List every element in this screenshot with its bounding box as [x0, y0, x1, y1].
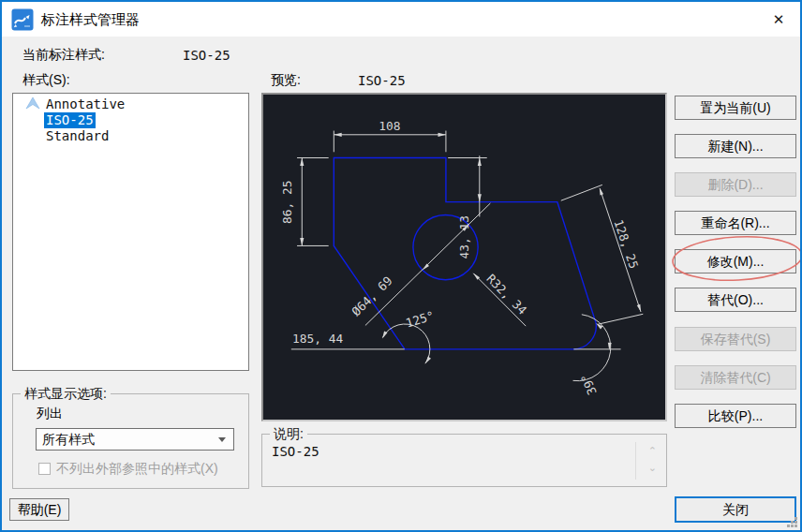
dimension-style-icon: [11, 8, 34, 31]
list-item-annotative[interactable]: Annotative: [46, 96, 125, 112]
list-styles-dropdown[interactable]: 所有样式: [36, 428, 234, 451]
help-button[interactable]: 帮助(E): [9, 498, 69, 521]
annotative-icon: [25, 97, 40, 110]
rename-button[interactable]: 重命名(R)...: [675, 211, 796, 235]
dim-left-height: 86, 25: [280, 180, 294, 223]
save-override-button: 保存替代(S): [675, 327, 796, 351]
close-button[interactable]: 关闭: [675, 496, 796, 523]
resize-grip[interactable]: [783, 513, 798, 528]
current-style-label: 当前标注样式:: [22, 47, 105, 64]
dropdown-value: 所有样式: [37, 432, 95, 447]
scroll-separator: [635, 442, 636, 480]
xref-styles-checkbox: [38, 463, 51, 475]
clear-override-button: 清除替代(C): [675, 365, 796, 390]
dimension-style-manager-dialog: 标注样式管理器 ✕ 当前标注样式: ISO-25 样式(S): 预览: ISO-…: [0, 0, 802, 532]
preview-pane: 108 86, 25 43, 13 Ø64, 69 R32, 34 128, 2…: [261, 93, 667, 421]
style-display-options-group: 样式显示选项: 列出 所有样式 不列出外部参照中的样式(X): [12, 393, 249, 489]
description-label: 说明:: [270, 426, 307, 443]
list-item-iso25[interactable]: ISO-25: [44, 112, 96, 128]
dim-slant-length: 128, 25: [611, 218, 641, 271]
description-group: 说明: ISO-25 ⌃ ⌄: [261, 434, 667, 487]
list-label: 列出: [37, 406, 63, 422]
delete-button: 删除(D)...: [675, 172, 796, 197]
current-style-value: ISO-25: [183, 48, 230, 63]
scroll-up-icon: ⌃: [648, 446, 657, 456]
styles-listbox[interactable]: Annotative ISO-25 Standard: [12, 93, 249, 371]
dim-angle-left: 125°: [404, 308, 436, 330]
xref-styles-checkbox-label: 不列出外部参照中的样式(X): [56, 461, 218, 478]
preview-label: 预览:: [271, 72, 301, 89]
new-button[interactable]: 新建(N)...: [675, 134, 796, 158]
list-item-standard[interactable]: Standard: [46, 128, 109, 144]
dim-radius: R32, 34: [483, 272, 529, 318]
scroll-down-icon: ⌄: [648, 463, 657, 473]
dim-top-width: 108: [379, 119, 400, 133]
style-display-options-label: 样式显示选项:: [21, 386, 111, 403]
set-current-button[interactable]: 置为当前(U): [675, 96, 796, 120]
modify-button[interactable]: 修改(M)...: [675, 249, 796, 273]
chevron-down-icon: [218, 437, 226, 442]
close-icon[interactable]: ✕: [757, 2, 800, 37]
compare-button[interactable]: 比较(P)...: [675, 404, 796, 428]
description-text: ISO-25: [272, 444, 319, 459]
preview-style-name: ISO-25: [358, 73, 406, 88]
dim-bottom-offset: 185, 44: [292, 332, 343, 346]
override-button[interactable]: 替代(O)...: [675, 288, 796, 312]
preview-drawing: 108 86, 25 43, 13 Ø64, 69 R32, 34 128, 2…: [263, 95, 665, 420]
window-title: 标注样式管理器: [41, 11, 140, 29]
dim-notch-height: 43, 13: [457, 215, 471, 259]
dim-diameter: Ø64, 69: [349, 273, 394, 318]
styles-list-label: 样式(S):: [22, 72, 70, 89]
title-bar[interactable]: 标注样式管理器 ✕: [2, 2, 800, 37]
